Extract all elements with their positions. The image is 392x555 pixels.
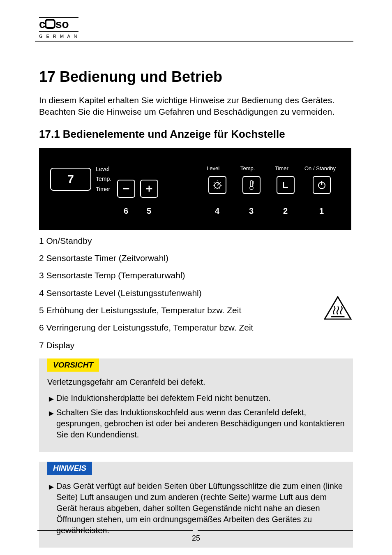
level-button xyxy=(208,176,226,194)
caution-box: VORSICHT Verletzungsgefahr am Ceranfeld … xyxy=(39,358,353,452)
label-timer: Timer xyxy=(96,185,111,194)
triangle-bullet-icon: ► xyxy=(47,393,56,405)
temp-button xyxy=(242,176,261,194)
svg-point-18 xyxy=(250,186,253,190)
page-number: 25 xyxy=(0,534,392,543)
svg-point-15 xyxy=(214,188,215,189)
triangle-bullet-icon: ► xyxy=(47,407,56,440)
triangle-bullet-icon: ► xyxy=(47,481,56,536)
caution-bullet: ►Schalten Sie das Induktionskochfeld aus… xyxy=(47,407,345,440)
note-tag: HINWEIS xyxy=(47,462,92,475)
legend-1: 1 On/Standby xyxy=(39,235,353,247)
caution-bullet: ►Die Induktionsherdplatte bei defektem F… xyxy=(47,393,345,405)
legend-6: 6 Verringerung der Leistungsstufe, Tempe… xyxy=(39,322,353,333)
svg-point-12 xyxy=(220,182,221,183)
svg-point-13 xyxy=(213,185,214,186)
plus-button xyxy=(140,180,158,198)
intro-paragraph: In diesem Kapitel erhalten Sie wichtige … xyxy=(39,95,353,118)
svg-line-9 xyxy=(217,183,219,185)
svg-marker-25 xyxy=(325,297,351,319)
subsection-heading: 17.1 Bedienelemente und Anzeige für Koch… xyxy=(39,128,353,141)
svg-point-14 xyxy=(221,185,222,186)
display-mode-labels: Level Temp. Timer xyxy=(96,164,111,195)
callout-2: 2 xyxy=(283,206,288,216)
callout-6: 6 xyxy=(124,206,128,216)
legend-2: 2 Sensortaste Timer (Zeitvorwahl) xyxy=(39,252,353,264)
minus-button xyxy=(117,180,135,198)
callout-1: 1 xyxy=(319,206,324,216)
callout-4: 4 xyxy=(215,206,219,216)
caution-lead: Verletzungsgefahr am Ceranfeld bei defek… xyxy=(47,377,345,387)
svg-point-10 xyxy=(217,180,218,181)
header-rule xyxy=(35,41,353,42)
svg-rect-17 xyxy=(251,180,252,186)
callout-3: 3 xyxy=(249,206,254,216)
onstandby-button xyxy=(313,176,331,194)
svg-rect-2 xyxy=(46,20,55,28)
temp-label: Temp. xyxy=(240,165,255,171)
label-temp: Temp. xyxy=(96,174,111,184)
legend-3: 3 Sensortaste Temp (Temperaturwahl) xyxy=(39,270,353,281)
svg-text:c: c xyxy=(39,18,45,30)
legend-5: 5 Erhöhung der Leistungsstufe, Temperatu… xyxy=(39,305,353,316)
svg-point-16 xyxy=(219,188,220,189)
timer-label: Timer xyxy=(275,165,288,171)
caution-tag: VORSICHT xyxy=(47,358,99,372)
legend-7: 7 Display xyxy=(39,340,353,351)
hot-surface-warning-icon xyxy=(324,296,352,321)
brand-subline: G E R M A N Y xyxy=(39,34,78,39)
footer-rule xyxy=(35,530,355,531)
legend-4: 4 Sensortaste Level (Leistungsstufenwahl… xyxy=(39,287,353,299)
callout-5: 5 xyxy=(147,206,151,216)
brand-logo: c so G E R M A N Y xyxy=(39,16,353,39)
label-level: Level xyxy=(96,164,111,174)
onstandby-label: On / Standby xyxy=(304,165,336,171)
level-label: Level xyxy=(207,165,219,171)
note-bullet: ►Das Gerät verfügt auf beiden Seiten übe… xyxy=(47,481,345,536)
display-value: 7 xyxy=(50,168,91,191)
svg-point-11 xyxy=(214,182,214,183)
control-panel-illustration: 7 Level Temp. Timer Level xyxy=(39,148,351,230)
timer-button xyxy=(277,176,295,194)
section-heading: 17 Bedienung und Betrieb xyxy=(39,68,353,86)
svg-text:so: so xyxy=(55,18,69,30)
